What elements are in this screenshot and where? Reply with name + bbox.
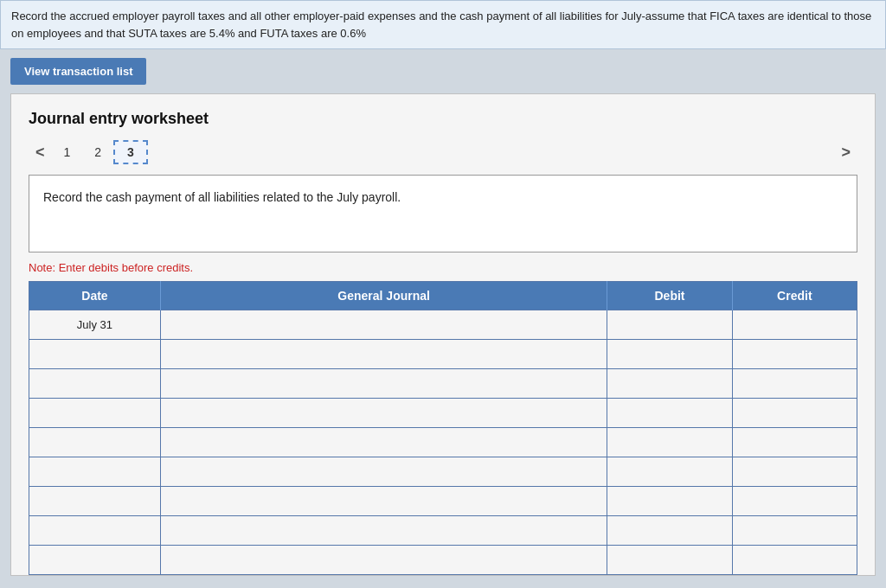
date-cell-3 xyxy=(29,399,161,428)
debit-input-4[interactable] xyxy=(613,431,726,455)
journal-cell-4[interactable] xyxy=(160,428,607,457)
table-row xyxy=(29,516,857,546)
debit-input-5[interactable] xyxy=(613,460,726,484)
description-box: Record the cash payment of all liabiliti… xyxy=(29,175,857,252)
journal-input-4[interactable] xyxy=(166,431,601,455)
date-cell-7 xyxy=(29,516,161,546)
journal-input-2[interactable] xyxy=(166,372,601,396)
debit-cell-4[interactable] xyxy=(607,428,732,457)
journal-input-8[interactable] xyxy=(166,548,601,572)
table-row xyxy=(29,428,857,457)
date-cell-8 xyxy=(29,546,161,575)
table-row xyxy=(29,340,857,369)
credit-input-1[interactable] xyxy=(738,342,851,367)
debit-cell-7[interactable] xyxy=(607,516,732,546)
date-cell-0: July 31 xyxy=(29,310,161,340)
date-cell-6 xyxy=(29,487,161,516)
journal-cell-0[interactable] xyxy=(160,310,607,340)
debit-input-7[interactable] xyxy=(613,519,726,543)
journal-input-0[interactable] xyxy=(166,313,601,337)
date-cell-5 xyxy=(29,457,161,487)
credit-cell-8[interactable] xyxy=(732,546,857,575)
credit-cell-6[interactable] xyxy=(732,487,857,516)
credit-input-5[interactable] xyxy=(738,460,851,484)
journal-cell-7[interactable] xyxy=(160,516,607,546)
debit-cell-2[interactable] xyxy=(607,369,732,399)
col-header-date: Date xyxy=(29,282,161,310)
journal-input-3[interactable] xyxy=(166,401,601,425)
journal-input-5[interactable] xyxy=(166,460,601,484)
col-header-debit: Debit xyxy=(607,282,732,310)
nav-item-1[interactable]: 1 xyxy=(52,142,83,163)
credit-input-6[interactable] xyxy=(738,489,851,514)
col-header-journal: General Journal xyxy=(160,282,607,310)
journal-cell-5[interactable] xyxy=(160,457,607,487)
nav-prev-button[interactable]: < xyxy=(29,142,52,163)
table-row xyxy=(29,487,857,516)
debit-cell-6[interactable] xyxy=(607,487,732,516)
table-row: July 31 xyxy=(29,310,857,340)
debit-input-6[interactable] xyxy=(613,489,726,514)
date-cell-1 xyxy=(29,340,161,369)
note-text: Note: Enter debits before credits. xyxy=(29,261,857,274)
journal-cell-8[interactable] xyxy=(160,546,607,575)
debit-cell-3[interactable] xyxy=(607,399,732,428)
credit-cell-1[interactable] xyxy=(732,340,857,369)
journal-input-7[interactable] xyxy=(166,519,601,543)
debit-cell-8[interactable] xyxy=(607,546,732,575)
card-title: Journal entry worksheet xyxy=(29,110,857,128)
view-transaction-button[interactable]: View transaction list xyxy=(10,58,146,85)
credit-cell-5[interactable] xyxy=(732,457,857,487)
debit-cell-0[interactable] xyxy=(607,310,732,340)
credit-input-7[interactable] xyxy=(738,519,851,543)
credit-cell-7[interactable] xyxy=(732,516,857,546)
description-text: Record the cash payment of all liabiliti… xyxy=(43,190,401,204)
credit-cell-0[interactable] xyxy=(732,310,857,340)
credit-input-8[interactable] xyxy=(738,548,851,572)
table-row xyxy=(29,399,857,428)
debit-cell-5[interactable] xyxy=(607,457,732,487)
table-row xyxy=(29,546,857,575)
debit-input-8[interactable] xyxy=(613,548,726,572)
date-cell-4 xyxy=(29,428,161,457)
debit-input-1[interactable] xyxy=(613,342,726,367)
nav-item-3[interactable]: 3 xyxy=(113,140,148,164)
journal-entry-card: Journal entry worksheet < 1 2 3 > Record… xyxy=(10,93,876,576)
credit-cell-4[interactable] xyxy=(732,428,857,457)
nav-next-button[interactable]: > xyxy=(834,142,857,163)
credit-cell-3[interactable] xyxy=(732,399,857,428)
table-row xyxy=(29,457,857,487)
date-cell-2 xyxy=(29,369,161,399)
nav-item-2[interactable]: 2 xyxy=(82,142,113,163)
table-row xyxy=(29,369,857,399)
debit-input-2[interactable] xyxy=(613,372,726,396)
debit-input-3[interactable] xyxy=(613,401,726,425)
col-header-credit: Credit xyxy=(732,282,857,310)
journal-input-1[interactable] xyxy=(166,342,601,367)
table-header-row: Date General Journal Debit Credit xyxy=(29,282,857,310)
credit-input-3[interactable] xyxy=(738,401,851,425)
journal-cell-6[interactable] xyxy=(160,487,607,516)
credit-input-4[interactable] xyxy=(738,431,851,455)
journal-cell-3[interactable] xyxy=(160,399,607,428)
journal-table: Date General Journal Debit Credit July 3… xyxy=(29,281,857,575)
instruction-bar: Record the accrued employer payroll taxe… xyxy=(0,0,886,49)
credit-input-0[interactable] xyxy=(738,313,851,337)
journal-cell-1[interactable] xyxy=(160,340,607,369)
instruction-text: Record the accrued employer payroll taxe… xyxy=(11,10,871,40)
debit-cell-1[interactable] xyxy=(607,340,732,369)
journal-input-6[interactable] xyxy=(166,489,601,514)
credit-input-2[interactable] xyxy=(738,372,851,396)
nav-row: < 1 2 3 > xyxy=(29,140,857,164)
journal-cell-2[interactable] xyxy=(160,369,607,399)
credit-cell-2[interactable] xyxy=(732,369,857,399)
debit-input-0[interactable] xyxy=(613,313,726,337)
